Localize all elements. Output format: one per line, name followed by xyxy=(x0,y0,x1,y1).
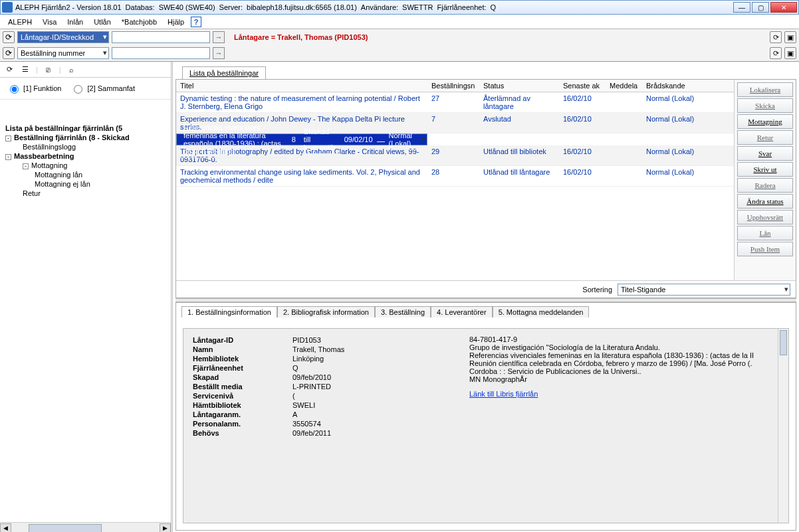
tree-node-mottagning[interactable]: -Mottagning xyxy=(4,161,170,170)
menu-visa[interactable]: Visa xyxy=(39,17,60,27)
tree-node-mottagning-ej-lan[interactable]: Mottagning ej lån xyxy=(4,179,170,189)
table-cell: Referencias vivenciales femeninas en la … xyxy=(179,122,288,158)
menu-batchjobb[interactable]: *Batchjobb xyxy=(118,17,161,27)
k-behovs: Behövs xyxy=(193,429,292,437)
v-behovs: 09/feb/2011 xyxy=(292,429,459,437)
refresh-icon[interactable]: ⟳ xyxy=(3,31,15,43)
collapse-icon[interactable]: - xyxy=(23,163,29,169)
tab-lista-bestallningar[interactable]: Lista på beställningar xyxy=(182,66,266,79)
subtab-mottagna[interactable]: 5. Mottagna meddelanden xyxy=(493,306,590,317)
new-window-icon-2[interactable]: ▣ xyxy=(784,47,796,59)
new-window-icon[interactable]: ▣ xyxy=(784,31,796,43)
patron-search-go-button[interactable]: → xyxy=(213,31,225,43)
order-search-input[interactable] xyxy=(112,47,210,59)
svar-button[interactable]: Svar xyxy=(737,146,793,161)
tab-filter-icon[interactable]: ⎚ xyxy=(43,64,54,75)
k-personalanm: Personalanm. xyxy=(193,420,292,428)
order-grid: Titel Beställningsn Status Senaste ak Me… xyxy=(176,80,735,280)
table-cell: Avslutad xyxy=(479,113,559,133)
subtab-leverantorer[interactable]: 4. Leverantörer xyxy=(431,306,493,317)
table-cell: 27 xyxy=(427,92,479,113)
menu-inlan[interactable]: Inlån xyxy=(63,17,87,27)
col-status[interactable]: Status xyxy=(479,80,559,92)
radera-button[interactable]: Radera xyxy=(737,178,793,193)
col-senaste[interactable]: Senaste ak xyxy=(559,80,606,92)
radio-funktion[interactable]: [1] Funktion xyxy=(7,83,61,94)
reload-icon[interactable]: ⟳ xyxy=(770,31,782,43)
v-hembibliotek: Linköping xyxy=(292,355,459,363)
tree-node-bestallningslogg[interactable]: Beställningslogg xyxy=(4,142,170,151)
tree-node-retur[interactable]: Retur xyxy=(4,189,170,198)
desc-group: Grupo de investigación "Sociología de la… xyxy=(469,343,768,351)
col-titel[interactable]: Titel xyxy=(176,80,427,92)
info-description: 84-7801-417-9 Grupo de investigación "So… xyxy=(459,335,768,516)
libris-link[interactable]: Länk till Libris fjärrlån xyxy=(469,390,538,398)
radio-funktion-input[interactable] xyxy=(10,85,19,94)
subtab-bestallningsinformation[interactable]: 1. Beställningsinformation xyxy=(181,306,277,317)
table-cell: 8 xyxy=(288,133,300,146)
tree-node-massbearbetning[interactable]: -Massbearbetning xyxy=(4,151,170,161)
skriv-ut-button[interactable]: Skriv ut xyxy=(737,162,793,177)
radio-sammanfat[interactable]: [2] Sammanfat xyxy=(70,83,135,94)
col-meddela[interactable]: Meddela xyxy=(606,80,642,92)
patron-search-type-select[interactable]: Låntagar-ID/Streckkod xyxy=(17,31,109,43)
info-panel: Låntagar-IDPID1053 NamnTrakell, Thomas H… xyxy=(183,328,789,523)
scroll-left-icon[interactable]: ◀ xyxy=(0,523,11,533)
skicka-button[interactable]: Skicka xyxy=(737,98,793,113)
collapse-icon[interactable]: - xyxy=(5,135,11,141)
v-personalanm: 3550574 xyxy=(292,420,459,428)
tree-node-bestallning[interactable]: -Beställning fjärrinlån (8 - Skickad xyxy=(4,133,170,142)
info-vscroll-thumb[interactable] xyxy=(780,330,787,355)
db-value: SWE40 (SWE40) xyxy=(159,3,215,11)
maximize-button[interactable]: ▢ xyxy=(752,2,769,13)
scroll-right-icon[interactable]: ▶ xyxy=(160,523,171,533)
order-search-go-button[interactable]: → xyxy=(213,47,225,59)
table-row[interactable]: Dynamic testing : the nature of measurem… xyxy=(176,92,734,113)
table-cell: Normal (Lokal) xyxy=(642,166,734,187)
info-vscroll[interactable] xyxy=(778,329,788,523)
desc-publisher: Cordoba : : Servicio de Publicaciones de… xyxy=(469,367,768,375)
tab-list-icon[interactable]: ☰ xyxy=(20,64,31,75)
minimize-button[interactable]: — xyxy=(733,2,750,13)
col-bradskande[interactable]: Brådskande xyxy=(642,80,734,92)
k-lantagaranm: Låntagaranm. xyxy=(193,410,292,418)
patron-search-input[interactable] xyxy=(112,31,210,43)
menu-aleph[interactable]: ALEPH xyxy=(4,17,36,27)
help-icon[interactable]: ? xyxy=(191,17,201,27)
andra-status-button[interactable]: Ändra status xyxy=(737,194,793,209)
tab-refresh-icon[interactable]: ⟳ xyxy=(4,64,15,75)
subtab-bibliografisk[interactable]: 2. Bibliografisk information xyxy=(277,306,375,317)
menu-hjalp[interactable]: Hjälp xyxy=(164,17,188,27)
collapse-icon[interactable]: - xyxy=(5,154,11,160)
col-bestallningsnr[interactable]: Beställningsn xyxy=(427,80,479,92)
order-search-type-select[interactable]: Beställning nummer xyxy=(17,47,109,59)
sort-select[interactable]: Titel-Stigande xyxy=(618,284,790,296)
search-rows: ⟳ Låntagar-ID/Streckkod → Låntagare = Tr… xyxy=(0,29,799,62)
retur-button[interactable]: Retur xyxy=(737,130,793,145)
radio-sammanfat-input[interactable] xyxy=(74,85,82,94)
table-row[interactable]: Referencias vivenciales femeninas en la … xyxy=(176,133,427,145)
table-cell: 16/02/10 xyxy=(559,145,606,166)
left-pane-hscroll[interactable]: ◀ ▶ xyxy=(0,522,171,532)
tab-search-icon[interactable]: ⌕ xyxy=(66,64,77,75)
tree-node-mottagning-lan[interactable]: Mottagning lån xyxy=(4,170,170,179)
k-fjarrlaneenhet: Fjärrlåneenhet xyxy=(193,364,292,372)
scroll-thumb[interactable] xyxy=(29,524,102,533)
lokalisera-button[interactable]: Lokalisera xyxy=(737,82,793,97)
push-item-button[interactable]: Push Item xyxy=(737,242,793,256)
table-row[interactable]: Tracking environmental change using lake… xyxy=(176,166,734,187)
nav-tree: Lista på beställningar fjärrinlån (5 -Be… xyxy=(0,100,171,522)
mottagning-button[interactable]: Mottagning xyxy=(737,114,793,129)
lan-button[interactable]: Lån xyxy=(737,226,793,240)
scroll-track[interactable] xyxy=(11,523,160,533)
reload-icon-2[interactable]: ⟳ xyxy=(770,47,782,59)
close-button[interactable]: ✕ xyxy=(770,2,797,13)
menu-utlan[interactable]: Utlån xyxy=(90,17,115,27)
upphovsratt-button[interactable]: Upphovsrätt xyxy=(737,210,793,224)
v-serviceniva: ( xyxy=(292,392,459,400)
refresh-icon-2[interactable]: ⟳ xyxy=(3,47,15,59)
table-cell: Normal (Lokal) xyxy=(642,92,734,113)
tree-node-lista[interactable]: Lista på beställningar fjärrinlån (5 xyxy=(4,124,170,133)
table-cell: 09/02/10 xyxy=(340,133,377,146)
subtab-bestallning[interactable]: 3. Beställning xyxy=(375,306,431,317)
